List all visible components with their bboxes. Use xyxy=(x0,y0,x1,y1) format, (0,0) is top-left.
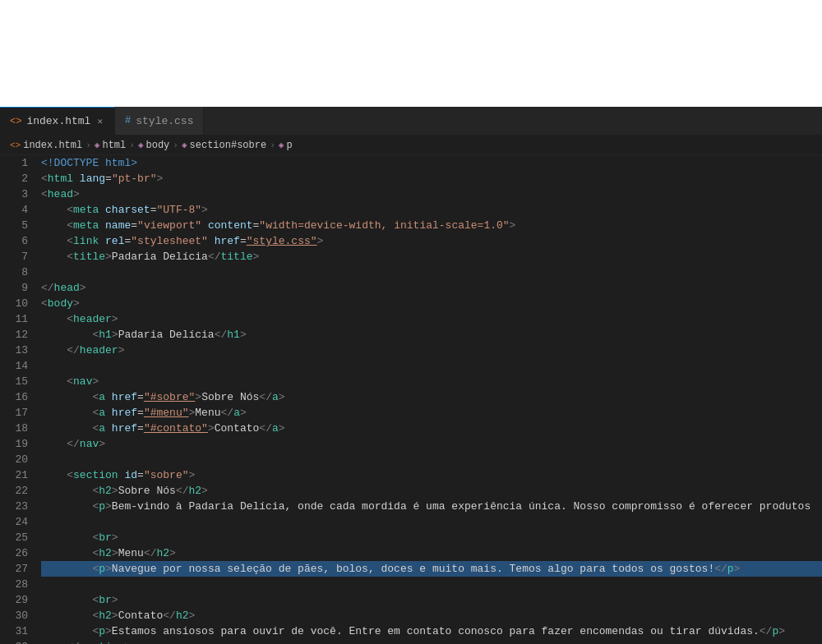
token-tag: > xyxy=(208,422,215,435)
code-line[interactable] xyxy=(41,264,822,280)
token-tag: </ xyxy=(67,641,80,644)
code-line[interactable] xyxy=(41,358,822,374)
code-line[interactable]: <h2>Sobre Nós</h2> xyxy=(41,483,822,499)
code-line[interactable]: <a href="#menu">Menu</a> xyxy=(41,405,822,421)
code-line[interactable] xyxy=(41,514,822,530)
code-line[interactable]: <h1>Padaria Delícia</h1> xyxy=(41,327,822,343)
line-number: 11 xyxy=(0,311,28,327)
token-text-content: Contato xyxy=(118,610,164,622)
line-number: 1 xyxy=(0,155,28,171)
code-line[interactable]: </nav> xyxy=(41,436,822,452)
token-attr-name: href xyxy=(112,407,137,419)
code-line[interactable]: <nav> xyxy=(41,374,822,389)
token-tag-name: header xyxy=(73,313,112,325)
token-tag: > xyxy=(112,547,118,559)
code-line[interactable]: <br> xyxy=(41,530,822,545)
breadcrumb-item-html[interactable]: ◈ html xyxy=(95,140,126,151)
token-text-content: Contato xyxy=(215,422,260,435)
token-tag: > xyxy=(188,469,195,481)
code-line[interactable]: <a href="#contato">Contato</a> xyxy=(41,421,822,436)
token-tag-name: header xyxy=(80,344,118,356)
token-tag: > xyxy=(105,625,112,637)
token-tag: > xyxy=(112,485,118,497)
token-plain: = xyxy=(137,422,144,435)
code-line[interactable]: <!DOCTYPE html> xyxy=(41,155,822,171)
code-line[interactable]: </header> xyxy=(41,343,822,358)
line-number: 31 xyxy=(0,623,28,639)
breadcrumb-item-section[interactable]: ◈ section#sobre xyxy=(182,140,266,151)
code-line[interactable]: <html lang="pt-br"> xyxy=(41,171,822,186)
token-attr-name: rel xyxy=(105,235,124,247)
breadcrumb-label-section: section#sobre xyxy=(190,140,267,151)
token-plain xyxy=(41,547,92,559)
token-tag: </ xyxy=(67,344,80,356)
token-plain xyxy=(41,422,92,435)
token-tag-name: meta xyxy=(73,204,99,216)
code-line[interactable]: <title>Padaria Delícia</title> xyxy=(41,249,822,264)
line-number: 14 xyxy=(0,358,28,374)
code-line[interactable]: </section> xyxy=(41,639,822,644)
tab-style-css[interactable]: # style.css xyxy=(115,107,204,135)
code-line[interactable]: <link rel="stylesheet" href="style.css"> xyxy=(41,233,822,249)
code-line[interactable]: <a href="#sobre">Sobre Nós</a> xyxy=(41,389,822,405)
token-plain xyxy=(41,641,67,644)
code-line[interactable]: <p>Estamos ansiosos para ouvir de você. … xyxy=(41,623,822,639)
code-line[interactable] xyxy=(41,577,822,592)
code-line[interactable]: <h2>Menu</h2> xyxy=(41,545,822,561)
code-line[interactable]: <head> xyxy=(41,186,822,202)
browser-chrome xyxy=(0,0,822,107)
code-content[interactable]: <!DOCTYPE html><html lang="pt-br"><head>… xyxy=(35,155,822,644)
code-line[interactable]: <meta name="viewport" content="width=dev… xyxy=(41,218,822,233)
token-plain xyxy=(41,204,67,216)
token-tag: > xyxy=(201,204,208,216)
token-tag: > xyxy=(73,297,80,310)
line-number: 6 xyxy=(0,233,28,249)
code-line[interactable]: <meta charset="UTF-8"> xyxy=(41,202,822,218)
token-plain xyxy=(41,610,92,622)
code-line[interactable]: <p>Navegue por nossa seleção de pães, bo… xyxy=(41,561,822,577)
token-plain xyxy=(41,313,67,325)
line-number: 7 xyxy=(0,249,28,264)
code-line[interactable]: <p>Bem-vindo à Padaria Delícia, onde cad… xyxy=(41,499,822,514)
token-tag: < xyxy=(41,188,48,200)
breadcrumb-item-body[interactable]: ◈ body xyxy=(138,140,169,151)
token-tag: > xyxy=(510,219,516,232)
code-line[interactable]: <section id="sobre"> xyxy=(41,467,822,483)
token-tag: </ xyxy=(714,563,727,575)
token-link-value: "#sobre" xyxy=(144,391,195,403)
tab-close-button[interactable]: ✕ xyxy=(95,114,104,128)
code-line[interactable]: <body> xyxy=(41,296,822,311)
token-tag-name: nav xyxy=(80,438,99,450)
token-tag: </ xyxy=(176,485,189,497)
token-tag: > xyxy=(240,407,247,419)
line-number: 29 xyxy=(0,592,28,608)
line-number: 18 xyxy=(0,421,28,436)
token-text-content: Menu xyxy=(118,547,144,559)
token-tag: > xyxy=(778,625,785,637)
code-line[interactable] xyxy=(41,452,822,467)
code-line[interactable]: <header> xyxy=(41,311,822,327)
code-line[interactable]: <h2>Contato</h2> xyxy=(41,608,822,623)
code-editor[interactable]: 1234567891011121314151617181920212223242… xyxy=(0,155,822,644)
token-tag: > xyxy=(112,313,118,325)
token-tag: < xyxy=(67,313,73,325)
token-tag: </ xyxy=(221,407,234,419)
token-attr-name: charset xyxy=(105,204,150,216)
token-tag: > xyxy=(118,344,125,356)
tab-index-html[interactable]: <> index.html ✕ xyxy=(0,107,115,135)
token-attr-name: href xyxy=(112,422,137,435)
token-plain: = xyxy=(240,235,247,247)
token-attr-name: id xyxy=(124,469,137,481)
token-attr-value: "width=device-width, initial-scale=1.0" xyxy=(259,219,509,232)
token-plain xyxy=(41,391,92,403)
code-line[interactable]: <br> xyxy=(41,592,822,608)
code-line[interactable]: </head> xyxy=(41,280,822,296)
token-tag-name: a xyxy=(272,391,279,403)
breadcrumb-item-p[interactable]: ◈ p xyxy=(279,140,293,151)
token-tag: > xyxy=(112,610,118,622)
line-number: 19 xyxy=(0,436,28,452)
breadcrumb-item-file[interactable]: <> index.html xyxy=(10,140,82,151)
token-tag-name: p xyxy=(99,625,105,637)
html-icon: <> xyxy=(10,140,21,150)
token-tag-name: a xyxy=(272,422,279,435)
